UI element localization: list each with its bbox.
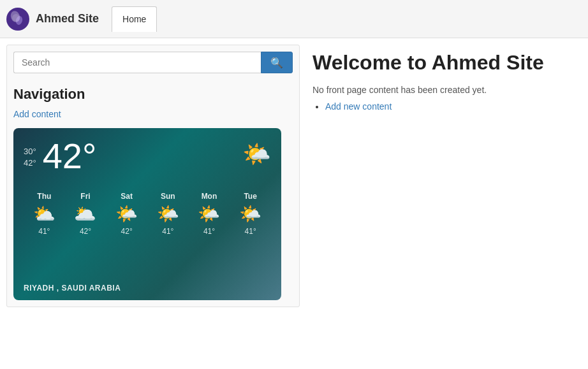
- forecast-mon-label: Mon: [202, 192, 217, 201]
- forecast-day-tue: Tue 🌤️ 41°: [239, 192, 261, 236]
- no-content-message: No front page content has been created y…: [312, 85, 569, 95]
- add-content-link[interactable]: Add content: [13, 109, 293, 119]
- forecast-fri-temp: 42°: [80, 227, 91, 236]
- content-links-list: Add new content: [312, 101, 569, 112]
- weather-main-temp: 42°: [43, 138, 97, 174]
- main-content-area: Welcome to Ahmed Site No front page cont…: [300, 45, 582, 307]
- weather-top: 30° 42° 42° 🌤️: [13, 128, 281, 179]
- forecast-tue-temp: 41°: [245, 227, 256, 236]
- navigation-title: Navigation: [13, 86, 293, 103]
- weather-temp-info: 30° 42° 42°: [24, 138, 96, 174]
- weather-lo: 42°: [24, 157, 36, 169]
- forecast-tue-icon: 🌤️: [239, 203, 261, 224]
- search-button[interactable]: 🔍: [261, 52, 293, 73]
- add-new-content-link[interactable]: Add new content: [325, 101, 392, 112]
- forecast-thu-icon: ⛅: [33, 203, 55, 224]
- forecast-sat-icon: 🌤️: [115, 203, 138, 224]
- weather-hi-lo: 30° 42°: [24, 146, 36, 169]
- forecast-sun-icon: 🌤️: [157, 203, 179, 224]
- forecast-sat-label: Sat: [121, 192, 133, 201]
- weather-top-icon: 🌤️: [242, 141, 271, 168]
- forecast-day-thu: Thu ⛅ 41°: [33, 192, 55, 236]
- weather-widget: 30° 42° 42° 🌤️ Thu ⛅ 41° Fri 🌥️: [13, 128, 281, 300]
- forecast-day-sun: Sun 🌤️ 41°: [157, 192, 179, 236]
- forecast-thu-temp: 41°: [38, 227, 50, 236]
- logo-area: Ahmed Site Home: [6, 6, 157, 32]
- site-header: Ahmed Site Home: [0, 0, 588, 38]
- search-form: 🔍: [13, 52, 293, 73]
- forecast-sun-temp: 41°: [162, 227, 173, 236]
- sidebar: 🔍 Navigation Add content 30° 42° 42° 🌤️: [6, 45, 300, 307]
- forecast-mon-temp: 41°: [203, 227, 215, 236]
- forecast-day-fri: Fri 🌥️ 42°: [74, 192, 96, 236]
- site-logo-icon: [6, 8, 29, 31]
- forecast-sat-temp: 42°: [121, 227, 133, 236]
- forecast-fri-label: Fri: [80, 192, 90, 201]
- weather-hi: 30°: [24, 146, 36, 157]
- forecast-thu-label: Thu: [37, 192, 51, 201]
- forecast-tue-label: Tue: [244, 192, 256, 201]
- forecast-day-sat: Sat 🌤️ 42°: [115, 192, 138, 236]
- search-icon: 🔍: [270, 57, 283, 68]
- weather-forecast: Thu ⛅ 41° Fri 🌥️ 42° Sat 🌤️ 42°: [13, 185, 281, 242]
- main-layout: 🔍 Navigation Add content 30° 42° 42° 🌤️: [0, 38, 588, 314]
- home-tab[interactable]: Home: [112, 6, 157, 32]
- forecast-sun-label: Sun: [161, 192, 175, 201]
- forecast-fri-icon: 🌥️: [74, 203, 96, 224]
- forecast-day-mon: Mon 🌤️ 41°: [198, 192, 220, 236]
- page-title: Welcome to Ahmed Site: [312, 51, 569, 75]
- list-item: Add new content: [325, 101, 569, 112]
- search-input[interactable]: [13, 52, 261, 73]
- weather-location: RIYADH , SAUDI ARABIA: [24, 284, 121, 293]
- site-title: Ahmed Site: [36, 12, 99, 25]
- forecast-mon-icon: 🌤️: [198, 203, 220, 224]
